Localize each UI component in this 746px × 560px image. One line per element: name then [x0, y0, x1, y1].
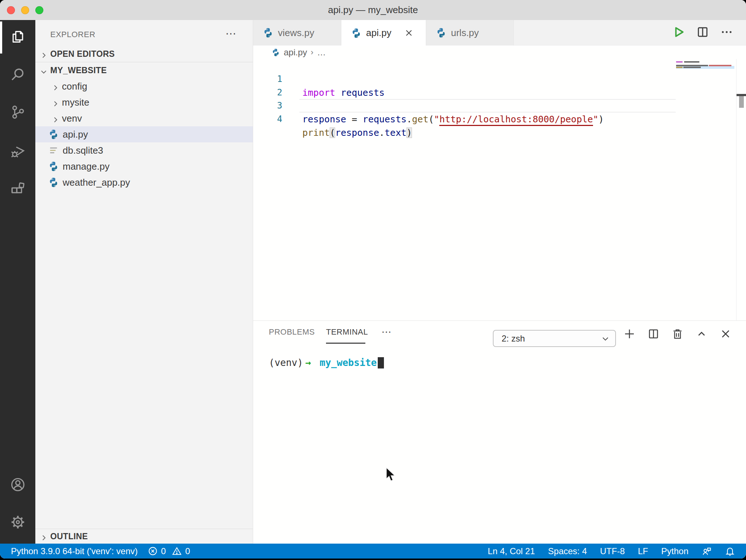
editor-scrollbar[interactable] [736, 59, 746, 320]
settings-gear-icon [9, 514, 26, 532]
sidebar-item-explorer[interactable] [0, 20, 35, 55]
open-editors-label: OPEN EDITORS [50, 49, 115, 59]
chevron-right-icon [40, 50, 47, 58]
split-terminal-icon[interactable] [648, 328, 659, 341]
explorer-sidebar: EXPLORER ⋯ OPEN EDITORS MY_WEBSITE confi… [35, 20, 253, 544]
tree-item-config[interactable]: config [35, 78, 253, 94]
tab-api-py[interactable]: api.py [341, 20, 426, 46]
encoding-status[interactable]: UTF-8 [600, 546, 625, 556]
scrollbar-thumb[interactable] [739, 96, 744, 108]
python-icon [48, 129, 59, 140]
warning-icon [172, 546, 182, 556]
python-icon [351, 28, 362, 39]
breadcrumb-separator: › [311, 48, 313, 57]
mouse-cursor [385, 467, 396, 482]
feedback-icon[interactable] [702, 546, 712, 556]
chevron-right-icon [40, 533, 47, 540]
editor-tab-bar: views.py api.py urls.py [253, 20, 746, 46]
indentation-status[interactable]: Spaces: 4 [548, 546, 587, 556]
python-icon [48, 177, 59, 188]
explorer-title: EXPLORER [50, 27, 95, 42]
close-panel-icon[interactable] [720, 328, 731, 341]
run-python-file-button[interactable] [672, 26, 685, 40]
sidebar-item-extensions[interactable] [0, 172, 35, 207]
bracket-match: ) [407, 127, 412, 138]
warning-count: 0 [185, 546, 190, 556]
tree-item-venv[interactable]: venv [35, 110, 253, 126]
root-folder-label: MY_WEBSITE [50, 66, 107, 75]
code-editor[interactable]: 1 import requests 2 3 response = request… [253, 59, 746, 320]
sidebar-item-source-control[interactable] [0, 95, 35, 130]
python-icon [271, 48, 280, 57]
eol-status[interactable]: LF [638, 546, 648, 556]
python-interpreter-status[interactable]: Python 3.9.0 64-bit ('venv': venv) [11, 546, 138, 556]
tree-item-manage-py[interactable]: manage.py [35, 158, 253, 174]
chevron-down-icon [601, 335, 609, 343]
vscode-window: api.py — my_website [0, 0, 746, 559]
title-bar[interactable]: api.py — my_website [0, 0, 746, 20]
tree-item-weather-app-py[interactable]: weather_app.py [35, 174, 253, 190]
sidebar-item-search[interactable] [0, 58, 35, 93]
code-line: 3 response = requests.get("http://localh… [253, 86, 746, 99]
tab-urls-py[interactable]: urls.py [426, 20, 514, 46]
explorer-more-actions-icon[interactable]: ⋯ [224, 28, 238, 41]
open-editors-section[interactable]: OPEN EDITORS [35, 46, 253, 62]
problems-status[interactable]: 0 0 [148, 546, 190, 556]
new-terminal-icon[interactable] [624, 328, 635, 341]
chevron-right-icon [52, 83, 59, 90]
tree-item-api-py-selected[interactable]: api.py [35, 126, 253, 142]
tab-terminal[interactable]: TERMINAL [326, 321, 368, 343]
prompt-cwd: my_website [320, 357, 377, 368]
shell-select-value: 2: zsh [502, 334, 525, 344]
cursor-position-status[interactable]: Ln 4, Col 21 [488, 546, 535, 556]
kill-terminal-trash-icon[interactable] [672, 328, 683, 341]
minimap[interactable] [676, 59, 734, 320]
python-icon [48, 161, 59, 172]
account-icon [9, 476, 26, 494]
root-folder-my-website[interactable]: MY_WEBSITE [35, 62, 253, 78]
extensions-icon [9, 181, 26, 199]
source-control-icon [9, 104, 26, 122]
tree-item-mysite[interactable]: mysite [35, 94, 253, 110]
outline-label: OUTLINE [50, 532, 88, 541]
folder-label: config [62, 81, 87, 92]
terminal-prompt-line[interactable]: (venv) → my_website [269, 355, 384, 370]
folder-label: venv [62, 113, 82, 124]
status-bar: Python 3.9.0 64-bit ('venv': venv) 0 0 L… [0, 544, 746, 559]
split-editor-icon[interactable] [696, 26, 709, 40]
database-file-icon [48, 145, 59, 156]
tab-views-py[interactable]: views.py [253, 20, 341, 46]
language-mode-status[interactable]: Python [661, 546, 688, 556]
file-label: api.py [63, 129, 88, 140]
breadcrumb-ellipsis[interactable]: … [317, 47, 326, 58]
editor-actions [672, 20, 746, 46]
prompt-arrow: → [305, 357, 311, 368]
active-tab-underline [326, 343, 365, 344]
settings-button[interactable] [0, 505, 35, 540]
maximize-panel-icon[interactable] [696, 328, 707, 341]
outline-section[interactable]: OUTLINE [35, 529, 253, 544]
more-actions-icon[interactable] [721, 26, 733, 40]
sidebar-item-run-and-debug[interactable] [0, 134, 35, 169]
terminal-block-cursor [378, 357, 384, 368]
notifications-bell-icon[interactable] [725, 546, 735, 556]
panel-more-actions-icon[interactable]: ⋯ [381, 326, 392, 338]
active-indicator [0, 21, 2, 54]
code-line: 4 print(response.text) [253, 99, 746, 113]
file-label: weather_app.py [63, 177, 130, 188]
venv-prefix: (venv) [269, 357, 303, 368]
bracket-match: ( [330, 127, 335, 138]
search-icon [9, 66, 26, 84]
tree-item-db-sqlite3[interactable]: db.sqlite3 [35, 142, 253, 158]
breadcrumb[interactable]: api.py › … [253, 46, 746, 59]
account-button[interactable] [0, 468, 35, 503]
tab-label: views.py [278, 27, 314, 39]
breadcrumb-file[interactable]: api.py [284, 47, 307, 58]
tab-problems[interactable]: PROBLEMS [269, 321, 315, 343]
python-icon [263, 27, 274, 38]
close-tab-icon[interactable] [404, 28, 413, 38]
detected-link[interactable]: http://localhost:8000/people [439, 114, 593, 126]
file-label: db.sqlite3 [63, 145, 103, 156]
terminal-shell-select[interactable]: 2: zsh [493, 330, 616, 347]
tab-label: urls.py [451, 27, 479, 39]
